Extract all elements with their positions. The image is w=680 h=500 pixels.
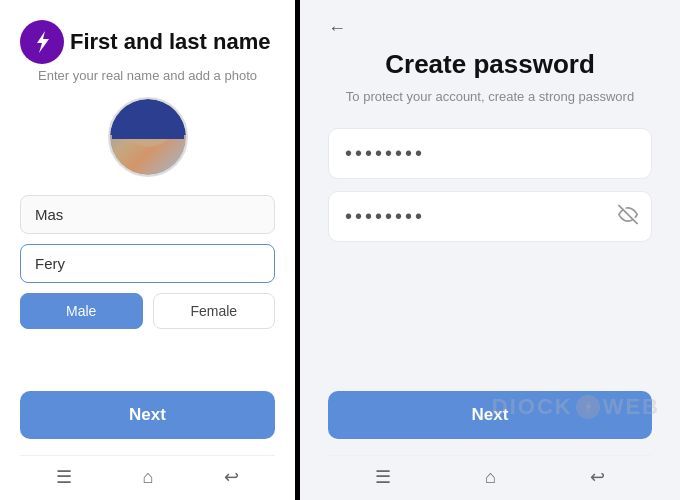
logo-area: First and last name [20,20,271,64]
right-panel: ← Create password To protect your accoun… [300,0,680,500]
confirm-password-input-wrapper [328,191,652,242]
right-bottom-nav: ☰ ⌂ ↩ [328,455,652,500]
right-nav-back-icon[interactable]: ↩ [590,466,605,488]
female-button[interactable]: Female [153,293,276,329]
gender-row: Male Female [20,293,275,329]
right-page-title: Create password [385,49,595,80]
logo-icon [20,20,64,64]
left-panel: First and last name Enter your real name… [0,0,295,500]
left-nav-back-icon[interactable]: ↩ [224,466,239,488]
left-page-title: First and last name [70,29,271,55]
password-input[interactable] [328,128,652,179]
avatar[interactable] [108,97,188,177]
left-nav-home-icon[interactable]: ⌂ [143,467,154,488]
confirm-password-input[interactable] [328,191,652,242]
lightning-icon [29,29,55,55]
eye-icon[interactable] [618,204,638,229]
svg-marker-0 [37,31,49,53]
right-next-button[interactable]: Next [328,391,652,439]
right-nav-home-icon[interactable]: ⌂ [485,467,496,488]
male-button[interactable]: Male [20,293,143,329]
avatar-hat [110,99,186,135]
left-subtitle: Enter your real name and add a photo [38,68,257,83]
first-name-input[interactable] [20,195,275,234]
right-subtitle: To protect your account, create a strong… [346,88,634,106]
avatar-image [110,99,186,175]
left-nav-menu-icon[interactable]: ☰ [56,466,72,488]
right-nav-menu-icon[interactable]: ☰ [375,466,391,488]
left-bottom-nav: ☰ ⌂ ↩ [20,455,275,500]
password-input-wrapper [328,128,652,179]
back-button[interactable]: ← [328,18,346,39]
left-next-button[interactable]: Next [20,391,275,439]
last-name-input[interactable] [20,244,275,283]
